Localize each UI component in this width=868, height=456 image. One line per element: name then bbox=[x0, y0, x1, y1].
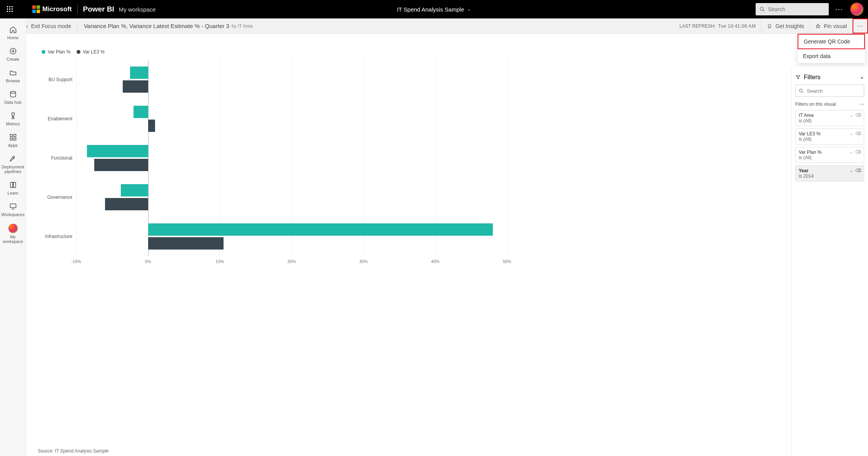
svg-rect-0 bbox=[7, 6, 8, 7]
x-axis-tick: 30% bbox=[359, 259, 368, 264]
get-insights-label: Get Insights bbox=[775, 23, 804, 29]
trophy-icon bbox=[9, 112, 17, 120]
last-refresh-value: Tue 10:41:06 AM bbox=[718, 23, 756, 29]
nav-metrics[interactable]: Metrics bbox=[0, 108, 26, 129]
filters-panel: Filters » Filters on this visual ⋯ IT Ar… bbox=[791, 68, 868, 456]
chevron-down-icon[interactable]: ⌄ bbox=[850, 113, 853, 118]
svg-rect-8 bbox=[12, 11, 13, 12]
chart-bar[interactable] bbox=[123, 80, 148, 93]
exit-focus-button[interactable]: ‹ Exit Focus mode bbox=[26, 23, 71, 29]
nav-workspaces[interactable]: Workspaces bbox=[0, 199, 26, 220]
nav-create-label: Create bbox=[7, 57, 19, 62]
filter-card[interactable]: Var LE3 % is (All) ⌄⌫ bbox=[795, 128, 864, 145]
nav-my-workspace[interactable]: My workspace bbox=[0, 221, 26, 247]
filter-card-value: is 2014 bbox=[799, 173, 861, 179]
svg-line-23 bbox=[802, 92, 803, 93]
workspace-avatar-icon bbox=[8, 224, 18, 233]
chevron-down-icon[interactable]: ⌄ bbox=[850, 168, 853, 173]
filter-card[interactable]: Year is 2014 ⌄⌫ bbox=[795, 165, 864, 181]
ellipsis-icon: ⋯ bbox=[857, 22, 863, 30]
more-options-menu: Generate QR Code Export data bbox=[798, 34, 865, 63]
chart-bar[interactable] bbox=[105, 198, 148, 210]
filter-card-value: is (All) bbox=[799, 155, 861, 160]
filters-search-input[interactable] bbox=[807, 88, 861, 94]
export-data-item[interactable]: Export data bbox=[798, 49, 865, 63]
x-axis-tick: 40% bbox=[431, 259, 439, 264]
workspace-breadcrumb[interactable]: My workspace bbox=[119, 6, 156, 13]
svg-point-22 bbox=[800, 89, 803, 92]
svg-rect-1 bbox=[9, 6, 10, 7]
chart-bar[interactable] bbox=[94, 159, 148, 171]
legend-item-var-plan[interactable]: Var Plan % bbox=[42, 49, 70, 55]
microsoft-logo-icon bbox=[32, 5, 40, 13]
database-icon bbox=[9, 90, 17, 98]
last-refresh-label: LAST REFRESH: bbox=[679, 23, 716, 29]
nav-my-workspace-label: My workspace bbox=[0, 235, 26, 244]
chart-bar[interactable] bbox=[148, 120, 155, 132]
svg-rect-4 bbox=[9, 8, 10, 10]
collapse-filters-icon[interactable]: » bbox=[861, 75, 863, 80]
ellipsis-icon[interactable]: ⋯ bbox=[860, 102, 864, 107]
plus-circle-icon bbox=[9, 47, 17, 55]
nav-learn[interactable]: Learn bbox=[0, 178, 26, 198]
nav-browse[interactable]: Browse bbox=[0, 65, 26, 86]
chevron-left-icon: ‹ bbox=[26, 23, 28, 29]
legend-swatch-teal bbox=[42, 50, 45, 54]
filter-card[interactable]: Var Plan % is (All) ⌄⌫ bbox=[795, 147, 864, 163]
y-axis-category: Functional bbox=[38, 155, 72, 161]
x-axis-tick: -10% bbox=[71, 259, 81, 264]
chart-plot-area[interactable]: -10%0%10%20%30%40%50%BU SupportEnablemen… bbox=[76, 60, 507, 256]
nav-home[interactable]: Home bbox=[0, 22, 26, 43]
nav-data-hub-label: Data hub bbox=[4, 100, 22, 105]
search-icon bbox=[799, 88, 804, 93]
user-avatar[interactable] bbox=[850, 3, 863, 16]
visual-more-options-button[interactable]: ⋯ bbox=[853, 18, 868, 33]
clear-filter-icon[interactable]: ⌫ bbox=[855, 131, 861, 136]
nav-learn-label: Learn bbox=[7, 191, 18, 195]
chevron-down-icon[interactable]: ⌄ bbox=[850, 150, 853, 155]
filter-card-value: is (All) bbox=[799, 136, 861, 142]
nav-home-label: Home bbox=[7, 35, 18, 40]
filters-search[interactable] bbox=[795, 85, 864, 97]
nav-browse-label: Browse bbox=[6, 78, 20, 83]
nav-data-hub[interactable]: Data hub bbox=[0, 87, 26, 108]
chevron-down-icon[interactable]: ⌄ bbox=[850, 131, 853, 136]
get-insights-button[interactable]: Get Insights bbox=[761, 18, 810, 33]
nav-metrics-label: Metrics bbox=[6, 121, 20, 126]
filter-icon bbox=[795, 75, 801, 80]
x-axis-tick: 50% bbox=[503, 259, 511, 264]
chart-bar[interactable] bbox=[148, 237, 224, 250]
global-search[interactable] bbox=[756, 3, 829, 15]
generate-qr-code-item[interactable]: Generate QR Code bbox=[798, 34, 865, 49]
pin-visual-button[interactable]: Pin visual bbox=[810, 18, 853, 33]
legend-label-1: Var Plan % bbox=[48, 49, 70, 55]
svg-point-14 bbox=[10, 92, 15, 93]
chart-legend: Var Plan % Var LE3 % bbox=[42, 49, 780, 55]
chart-bar[interactable] bbox=[130, 67, 148, 79]
nav-deployment-pipelines[interactable]: Deployment pipelines bbox=[0, 151, 26, 177]
nav-create[interactable]: Create bbox=[0, 44, 26, 65]
global-search-input[interactable] bbox=[768, 6, 825, 12]
exit-focus-label: Exit Focus mode bbox=[31, 23, 71, 29]
legend-item-var-le3[interactable]: Var LE3 % bbox=[77, 49, 104, 55]
clear-filter-icon[interactable]: ⌫ bbox=[855, 150, 861, 155]
filter-card[interactable]: IT Area is (All) ⌄⌫ bbox=[795, 110, 864, 126]
nav-apps[interactable]: Apps bbox=[0, 130, 26, 151]
rocket-icon bbox=[9, 155, 17, 163]
folder-icon bbox=[9, 68, 17, 77]
brand-label: Microsoft bbox=[42, 5, 72, 13]
svg-line-10 bbox=[763, 10, 765, 12]
header-more-icon[interactable]: ⋯ bbox=[833, 5, 845, 14]
clear-filter-icon[interactable]: ⌫ bbox=[855, 113, 861, 118]
chart-bar[interactable] bbox=[121, 184, 148, 196]
report-title[interactable]: IT Spend Analysis Sample bbox=[397, 6, 464, 13]
source-note: Source: IT Spend Analysis Sample bbox=[38, 448, 109, 454]
chart-bar[interactable] bbox=[87, 145, 148, 157]
app-launcher-icon[interactable] bbox=[3, 2, 17, 16]
chevron-down-icon[interactable]: ⌄ bbox=[467, 7, 471, 12]
apps-icon bbox=[9, 133, 17, 141]
chart-bar[interactable] bbox=[134, 106, 148, 118]
chart-bar[interactable] bbox=[148, 223, 493, 236]
svg-rect-20 bbox=[10, 204, 16, 208]
clear-filter-icon[interactable]: ⌫ bbox=[855, 168, 861, 173]
